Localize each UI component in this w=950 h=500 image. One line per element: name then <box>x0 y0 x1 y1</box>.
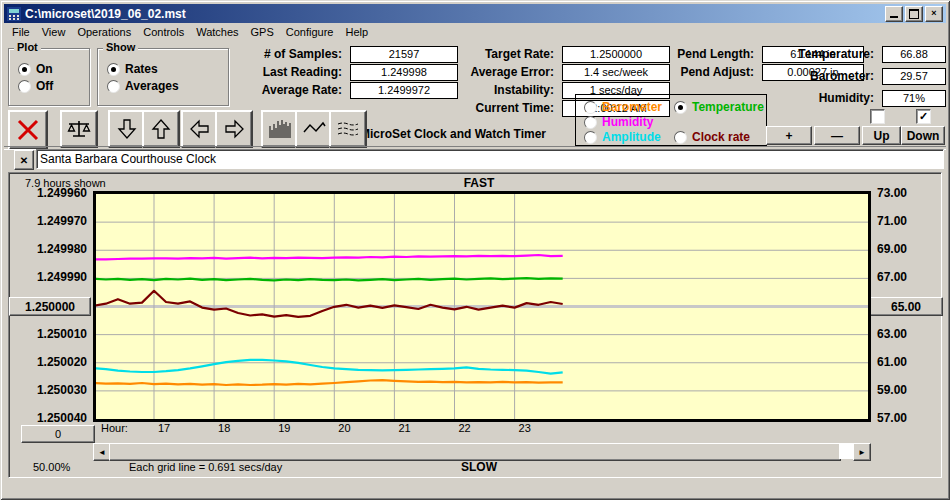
radio-unselected <box>18 80 31 93</box>
hour-axis-label: Hour: <box>101 422 128 434</box>
fast-label: FAST <box>93 176 865 190</box>
clock-name-input[interactable] <box>36 149 944 169</box>
field-label-target-rate: Target Rate: <box>420 47 554 61</box>
zero-button[interactable]: 0 <box>21 425 95 443</box>
scroll-down-button[interactable] <box>108 110 146 148</box>
left-axis-label-1.250010: 1.250010 <box>9 327 87 341</box>
scroll-up-button[interactable] <box>142 110 180 148</box>
menu-configure[interactable]: Configure <box>280 24 340 41</box>
right-axis-label-59.00: 59.00 <box>877 383 937 397</box>
menu-help[interactable]: Help <box>340 24 375 41</box>
radio-dot <box>111 67 116 72</box>
radio-option-off[interactable]: Off <box>18 79 53 93</box>
clear-name-button[interactable]: ✕ <box>14 150 34 170</box>
left-axis-label-1.250020: 1.250020 <box>9 355 87 369</box>
right-axis-center-button[interactable]: 65.00 <box>869 297 943 316</box>
right-axis-label-61.00: 61.00 <box>877 355 937 369</box>
zoom-percent-label: 50.00% <box>33 461 70 473</box>
left-arrow-icon <box>187 116 213 142</box>
clear-button[interactable] <box>8 110 48 150</box>
field-label-last-reading: Last Reading: <box>190 65 342 79</box>
channel-radio-amplitude[interactable]: Amplitude <box>584 130 661 144</box>
chart-panel: 7.9 hours shown FAST 1.2499601.2499701.2… <box>8 172 942 478</box>
field-label-temperature: Temperature: <box>760 47 874 61</box>
channel-label: Barometer <box>602 100 662 114</box>
checkbox-2-checked[interactable]: ✓ <box>916 109 931 124</box>
field-value-barometer: 29.57 <box>882 68 946 85</box>
show-group-legend: Show <box>103 41 138 53</box>
up-arrow-icon <box>148 116 174 142</box>
left-axis-label-1.249970: 1.249970 <box>9 214 87 228</box>
channel-label: Clock rate <box>692 130 750 144</box>
radio-dot <box>678 105 683 110</box>
up-button[interactable]: Up <box>862 126 901 145</box>
multi-line-view-button[interactable] <box>329 110 367 148</box>
right-axis-label-67.00: 67.00 <box>877 270 937 284</box>
down-button[interactable]: Down <box>901 126 945 145</box>
chart-svg <box>96 194 868 419</box>
scroll-right-button[interactable] <box>215 110 253 148</box>
left-axis-label-1.249960: 1.249960 <box>9 186 87 200</box>
series-line-amplitude <box>96 360 563 374</box>
field-label-instability: Instability: <box>420 83 554 97</box>
radio-unselected <box>584 101 597 114</box>
field-label-pend-adjust: Pend Adjust: <box>630 65 754 79</box>
hour-tick-17: 17 <box>158 422 170 434</box>
hour-tick-21: 21 <box>398 422 410 434</box>
scroll-left-button[interactable] <box>181 110 219 148</box>
left-axis-center-button[interactable]: 1.250000 <box>9 297 91 316</box>
line-view-button[interactable] <box>295 110 333 148</box>
hour-tick-22: 22 <box>459 422 471 434</box>
balance-scales-icon <box>66 116 92 142</box>
hour-tick-23: 23 <box>519 422 531 434</box>
menu-view[interactable]: View <box>36 24 72 41</box>
series-line-clock-rate <box>96 291 563 317</box>
app-window: C:\microset\2019_06_02.mst × FileViewOpe… <box>0 0 950 500</box>
radio-option-averages[interactable]: Averages <box>107 79 179 93</box>
app-icon <box>7 7 21 21</box>
maximize-button[interactable] <box>905 6 923 22</box>
channel-radio-temperature[interactable]: Temperature <box>674 100 764 114</box>
channel-radio-humidity[interactable]: Humidity <box>584 115 653 129</box>
field-label-pend-length: Pend Length: <box>630 47 754 61</box>
checkbox-1-unchecked[interactable] <box>870 109 885 124</box>
left-axis-label-1.250040: 1.250040 <box>9 411 87 425</box>
plus-button[interactable]: + <box>766 126 812 145</box>
menu-watches[interactable]: Watches <box>190 24 244 41</box>
scrollbar-right-arrow[interactable]: ► <box>853 443 871 461</box>
radio-label: On <box>36 62 53 76</box>
histogram-icon <box>267 116 293 142</box>
menu-gps[interactable]: GPS <box>245 24 280 41</box>
channel-label: Temperature <box>692 100 764 114</box>
hour-tick-18: 18 <box>218 422 230 434</box>
close-button[interactable]: × <box>925 6 943 22</box>
scrollbar-thumb[interactable] <box>109 443 841 461</box>
hour-tick-20: 20 <box>338 422 350 434</box>
left-axis-label-1.249990: 1.249990 <box>9 270 87 284</box>
radio-option-rates[interactable]: Rates <box>107 62 158 76</box>
title-bar[interactable]: C:\microset\2019_06_02.mst × <box>4 4 946 23</box>
channel-label: Humidity <box>602 115 653 129</box>
app-caption: MicroSet Clock and Watch Timer <box>360 127 546 141</box>
right-axis-label-57.00: 57.00 <box>877 411 937 425</box>
down-arrow-icon <box>114 116 140 142</box>
radio-option-on[interactable]: On <box>18 62 53 76</box>
channel-radio-clock-rate[interactable]: Clock rate <box>674 130 750 144</box>
field-label-current-time: Current Time: <box>420 101 554 115</box>
radio-selected <box>107 63 120 76</box>
histogram-view-button[interactable] <box>261 110 299 148</box>
menu-controls[interactable]: Controls <box>137 24 190 41</box>
red-x-icon <box>15 117 41 143</box>
minus-button[interactable]: — <box>814 126 860 145</box>
channel-radio-barometer[interactable]: Barometer <box>584 100 662 114</box>
left-axis-label-1.249980: 1.249980 <box>9 242 87 256</box>
hour-tick-19: 19 <box>278 422 290 434</box>
scrollbar-track[interactable] <box>839 443 853 459</box>
menu-operations[interactable]: Operations <box>71 24 137 41</box>
menu-file[interactable]: File <box>6 24 36 41</box>
minimize-button[interactable] <box>885 6 903 22</box>
balance-button[interactable] <box>60 110 98 148</box>
plot-area[interactable] <box>93 191 871 422</box>
radio-selected <box>18 63 31 76</box>
plot-group-legend: Plot <box>14 41 41 53</box>
